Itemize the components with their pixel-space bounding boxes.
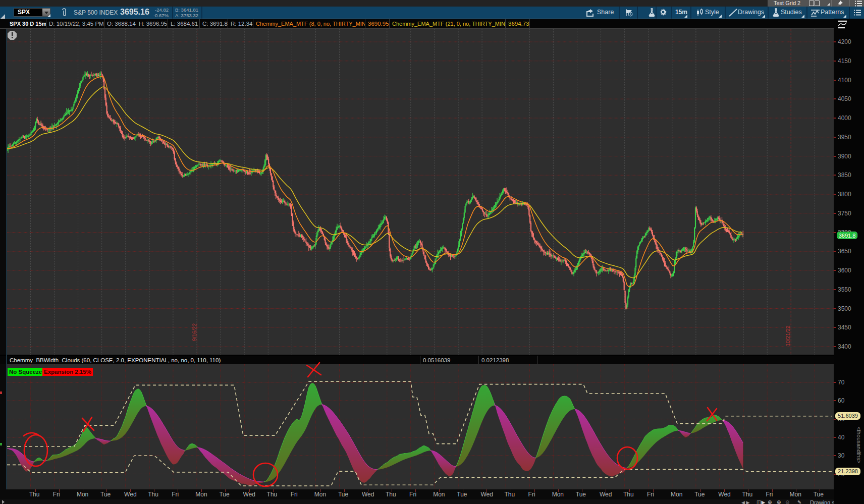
svg-text:9/16/22: 9/16/22 xyxy=(191,323,197,341)
svg-text:10/21/22: 10/21/22 xyxy=(785,325,791,346)
